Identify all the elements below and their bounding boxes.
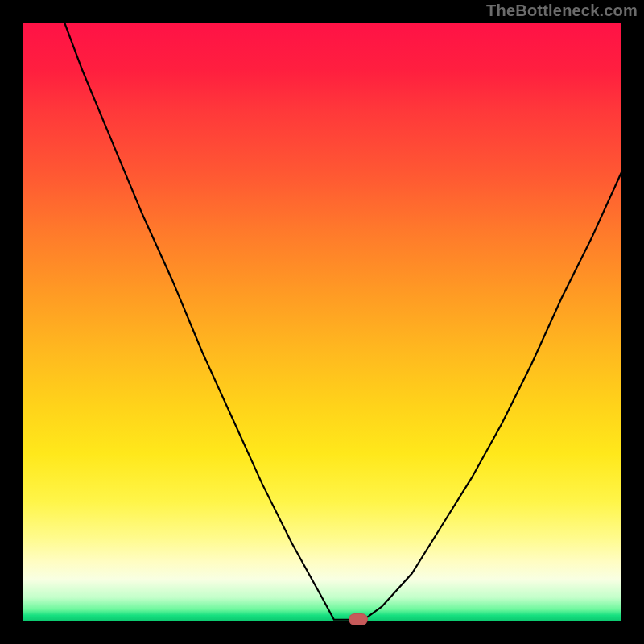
bottleneck-curve <box>64 23 621 620</box>
chart-frame: TheBottleneck.com <box>0 0 644 644</box>
plot-area <box>23 23 621 621</box>
curve-svg <box>23 23 621 621</box>
optimal-marker <box>349 613 368 625</box>
watermark-text: TheBottleneck.com <box>486 2 638 20</box>
